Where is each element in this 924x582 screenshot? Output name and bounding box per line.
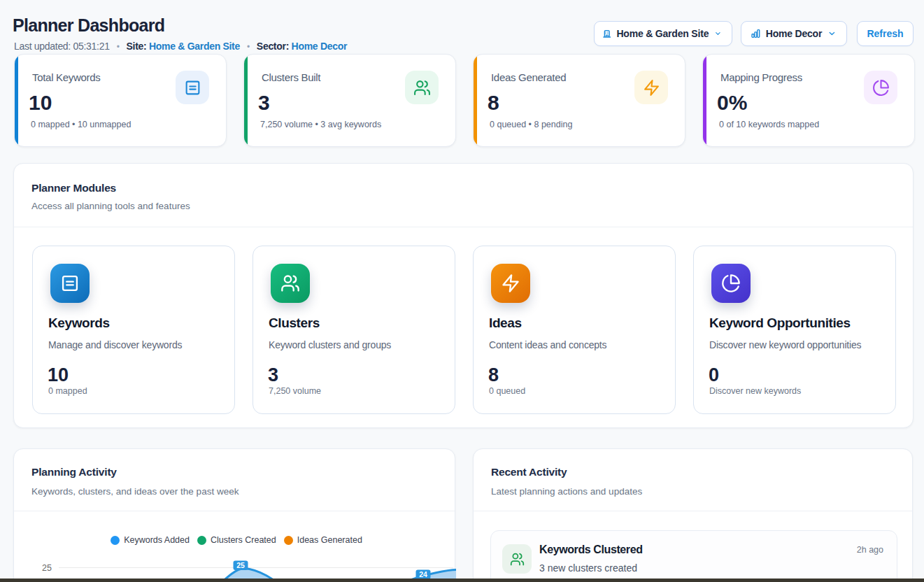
svg-text:25: 25 <box>42 563 52 573</box>
svg-text:24: 24 <box>419 570 427 579</box>
svg-text:25: 25 <box>236 561 245 569</box>
